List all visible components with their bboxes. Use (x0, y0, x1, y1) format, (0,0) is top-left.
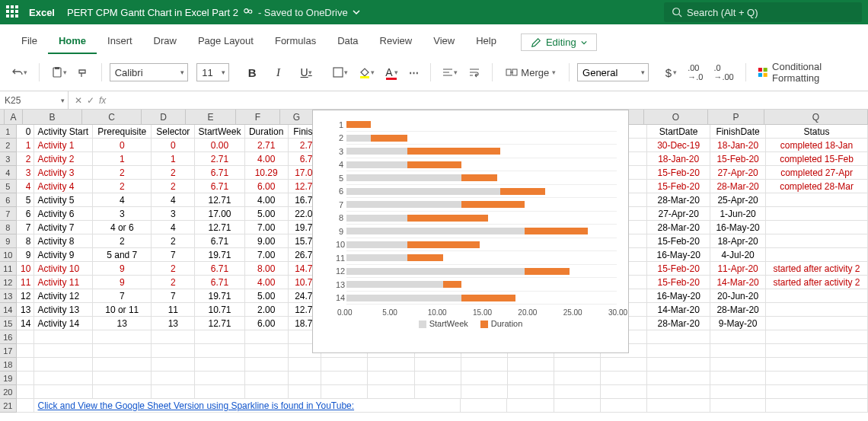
col-header-Q[interactable]: Q (764, 110, 868, 125)
search-placeholder: Search (Alt + Q) (687, 7, 758, 18)
row-header[interactable]: 12 (0, 276, 17, 289)
row-header[interactable]: 10 (0, 248, 17, 262)
fill-color-button[interactable]: ▾ (355, 63, 378, 81)
row-header[interactable]: 13 (0, 289, 17, 303)
app-name: Excel (29, 7, 55, 18)
col-header-D[interactable]: D (142, 110, 186, 125)
col-header-B[interactable]: B (23, 110, 82, 125)
tab-file[interactable]: File (11, 30, 48, 54)
font-name-selector[interactable]: Calibri▾ (110, 63, 188, 81)
table-row: 19 (0, 372, 868, 385)
paste-button[interactable]: ▾ (47, 63, 71, 81)
align-button[interactable]: ▾ (438, 63, 461, 81)
tab-data[interactable]: Data (327, 30, 369, 54)
decrease-decimal-button[interactable]: .00→.0 (684, 61, 707, 84)
wrap-text-button[interactable] (464, 63, 484, 81)
svg-point-0 (244, 9, 248, 13)
more-font-button[interactable]: ⋯ (405, 63, 423, 81)
svg-rect-16 (763, 73, 767, 77)
gantt-chart[interactable]: 1234567891011121314 0.005.0010.0015.0020… (312, 110, 629, 353)
save-status: - Saved to OneDrive (258, 7, 348, 18)
col-header-C[interactable]: C (82, 110, 142, 125)
search-box[interactable]: Search (Alt + Q) (664, 2, 862, 22)
svg-rect-14 (763, 68, 767, 72)
col-header-F[interactable]: F (236, 110, 280, 125)
title-bar: Excel PERT CPM Gantt Chart in Excel Part… (0, 0, 868, 24)
google-sheet-link[interactable]: Click and View the Google Sheet Version … (34, 399, 461, 413)
editing-label: Editing (546, 37, 576, 48)
svg-rect-13 (758, 68, 761, 72)
table-row: 18 (0, 358, 868, 372)
tab-insert[interactable]: Insert (97, 30, 143, 54)
chevron-down-icon (581, 40, 587, 46)
table-row: 20 (0, 385, 868, 399)
svg-rect-5 (55, 67, 59, 69)
chevron-down-icon (353, 8, 360, 16)
formula-bar: K25▾ ✕ ✓ fx (0, 91, 868, 110)
merge-button[interactable]: Merge ▾ (500, 63, 561, 81)
bold-button[interactable]: B (244, 63, 260, 81)
row-header[interactable]: 18 (0, 358, 17, 372)
ribbon-tabs: FileHomeInsertDrawPage LayoutFormulasDat… (0, 24, 868, 54)
row-header[interactable]: 14 (0, 303, 17, 317)
row-header[interactable]: 15 (0, 317, 17, 330)
row-header[interactable]: 20 (0, 385, 17, 399)
tab-formulas[interactable]: Formulas (264, 30, 327, 54)
tab-help[interactable]: Help (465, 30, 507, 54)
increase-decimal-button[interactable]: .0→.00 (710, 61, 737, 84)
share-icon (243, 7, 254, 18)
svg-rect-6 (333, 68, 343, 77)
border-button[interactable]: ▾ (328, 63, 352, 81)
confirm-icon[interactable]: ✓ (87, 95, 94, 106)
format-painter-button[interactable] (74, 63, 94, 81)
underline-button[interactable]: U▾ (297, 63, 316, 81)
row-header[interactable]: 16 (0, 330, 17, 344)
row-header[interactable]: 6 (0, 193, 17, 207)
row-header[interactable]: 9 (0, 234, 17, 248)
conditional-formatting-button[interactable]: Conditional Formatting (754, 59, 860, 86)
row-header[interactable]: 5 (0, 180, 17, 193)
font-color-button[interactable]: A▾ (381, 63, 401, 81)
tab-review[interactable]: Review (369, 30, 423, 54)
row-header[interactable]: 11 (0, 262, 17, 276)
row-header[interactable]: 19 (0, 372, 17, 385)
col-header-G[interactable]: G (280, 110, 314, 125)
spreadsheet-grid[interactable]: ABCDEFGHIJKLMNOPQ 1 0 Activity Start Pre… (0, 110, 868, 413)
search-icon (672, 7, 682, 18)
italic-button[interactable]: I (273, 63, 284, 81)
col-header-A[interactable]: A (5, 110, 23, 125)
row-header[interactable]: 4 (0, 166, 17, 180)
row-header[interactable]: 3 (0, 152, 17, 166)
svg-rect-15 (758, 73, 761, 77)
tab-draw[interactable]: Draw (143, 30, 187, 54)
col-header-P[interactable]: P (708, 110, 764, 125)
table-row: 21Click and View the Google Sheet Versio… (0, 399, 868, 413)
row-header[interactable]: 1 (0, 125, 17, 139)
col-header-E[interactable]: E (186, 110, 236, 125)
pencil-icon (531, 37, 541, 48)
tab-view[interactable]: View (423, 30, 465, 54)
editing-mode-button[interactable]: Editing (521, 33, 597, 51)
row-header[interactable]: 21 (0, 399, 17, 413)
svg-point-2 (673, 8, 680, 15)
svg-rect-7 (360, 76, 369, 78)
row-header[interactable]: 2 (0, 139, 17, 152)
ribbon: ▾ ▾ Calibri▾ 11▾ B I U▾ ▾ ▾ A▾ ⋯ ▾ Merge… (0, 54, 868, 91)
doc-title[interactable]: PERT CPM Gantt Chart in Excel Part 2 - S… (67, 7, 360, 18)
fx-icon[interactable]: fx (99, 95, 106, 106)
number-format-selector[interactable]: General▾ (577, 63, 649, 81)
name-box[interactable]: K25▾ (0, 91, 69, 109)
font-size-selector[interactable]: 11▾ (196, 63, 228, 81)
svg-point-1 (248, 10, 251, 13)
tab-home[interactable]: Home (48, 30, 97, 54)
undo-button[interactable]: ▾ (8, 63, 31, 81)
row-header[interactable]: 7 (0, 207, 17, 221)
doc-name: PERT CPM Gantt Chart in Excel Part 2 (67, 7, 238, 18)
cancel-icon[interactable]: ✕ (75, 95, 82, 106)
col-header-O[interactable]: O (644, 110, 708, 125)
row-header[interactable]: 17 (0, 344, 17, 358)
currency-button[interactable]: $▾ (662, 63, 681, 81)
tab-page-layout[interactable]: Page Layout (187, 30, 264, 54)
app-launcher-icon[interactable] (6, 5, 20, 19)
row-header[interactable]: 8 (0, 221, 17, 234)
